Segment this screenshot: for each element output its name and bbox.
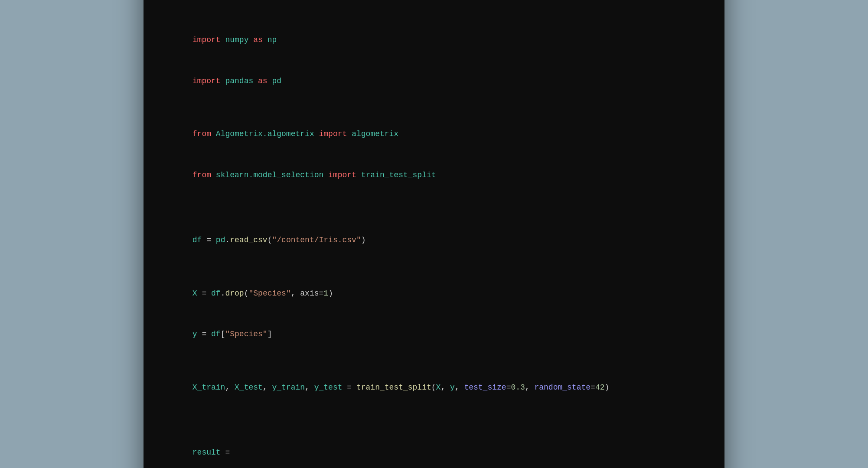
train-test-split-func: train_test_split <box>361 171 436 179</box>
sklearn-module: sklearn.model_selection <box>216 171 323 179</box>
y-var: y <box>193 330 197 338</box>
x-assign-line: X = df.drop("Species", axis=1) <box>164 273 704 314</box>
result-var: result <box>193 448 221 457</box>
csv-path-string: "/content/Iris.csv" <box>272 236 361 244</box>
pd-ref: pd <box>216 236 225 244</box>
from-keyword: from <box>193 130 211 138</box>
x-arg: X <box>436 383 441 392</box>
y-arg: y <box>450 383 455 392</box>
df-ref-2: df <box>211 330 221 338</box>
axis-number: 1 <box>323 289 328 298</box>
species-string-2: "Species" <box>225 330 267 338</box>
df-ref-1: df <box>211 289 221 298</box>
import-numpy-line: import numpy as np <box>164 20 704 61</box>
from-keyword-2: from <box>193 171 211 179</box>
test-size-val: 0.3 <box>511 383 525 392</box>
result-line1: result = <box>164 432 704 468</box>
numpy-module: numpy <box>225 36 248 44</box>
from-algometrix-line: from Algometrix.algometrix import algome… <box>164 114 704 155</box>
as-keyword: as <box>253 36 263 44</box>
test-size-param: test_size <box>464 383 506 392</box>
pandas-module: pandas <box>225 77 253 85</box>
random-state-val: 42 <box>595 383 605 392</box>
split-line: X_train, X_test, y_train, y_test = train… <box>164 367 704 408</box>
import-keyword: import <box>193 36 221 44</box>
y-test-var: y_test <box>314 383 343 392</box>
as-keyword-2: as <box>258 77 268 85</box>
from-sklearn-line: from sklearn.model_selection import trai… <box>164 155 704 196</box>
algometrix-func: algometrix <box>352 130 398 138</box>
x-train-var: X_train <box>193 383 225 392</box>
species-string-1: "Species" <box>248 289 290 298</box>
import-keyword-2: import <box>193 77 221 85</box>
x-var: X <box>193 289 197 298</box>
drop-func: drop <box>225 289 244 298</box>
pd-alias: pd <box>272 77 281 85</box>
import-pandas-line: import pandas as pd <box>164 61 704 102</box>
x-test-var: X_test <box>235 383 263 392</box>
algometrix-module: Algometrix.algometrix <box>216 130 314 138</box>
code-editor-window: #Multiclass Classification Example impor… <box>144 0 724 468</box>
import-keyword-3: import <box>319 130 347 138</box>
y-assign-line: y = df["Species"] <box>164 314 704 355</box>
df-var: df <box>193 236 202 244</box>
train-test-split-call: train_test_split <box>356 383 431 392</box>
comment-line: #Multiclass Classification Example <box>164 0 704 8</box>
np-alias: np <box>268 36 277 44</box>
y-train-var: y_train <box>272 383 305 392</box>
random-state-param: random_state <box>534 383 591 392</box>
df-assign-line: df = pd.read_csv("/content/Iris.csv") <box>164 220 704 261</box>
code-area[interactable]: #Multiclass Classification Example impor… <box>144 0 724 468</box>
import-keyword-4: import <box>328 171 356 179</box>
read-csv-func: read_csv <box>230 236 267 244</box>
